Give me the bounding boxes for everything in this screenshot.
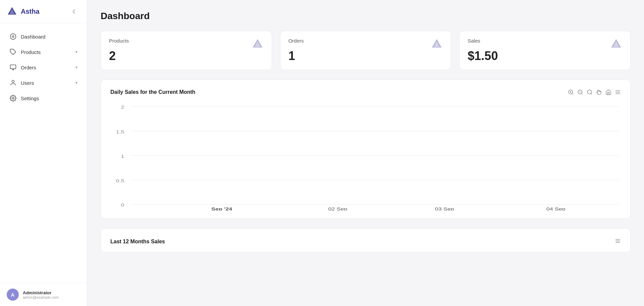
svg-line-15 xyxy=(572,93,573,94)
svg-point-6 xyxy=(12,80,14,83)
svg-point-2 xyxy=(10,34,16,40)
daily-sales-chart-section: Daily Sales for the Current Month xyxy=(101,79,631,219)
daily-sales-chart-area: 2 1.5 1 0.5 0 Sep '24 02 Sep 03 Sep 04 S… xyxy=(110,103,621,210)
zoom-in-icon[interactable] xyxy=(568,89,574,95)
sidebar-item-settings[interactable]: Settings xyxy=(3,91,84,106)
stat-value-products: 2 xyxy=(109,49,129,63)
svg-line-22 xyxy=(591,93,592,94)
chart-header: Daily Sales for the Current Month xyxy=(110,89,621,95)
stat-value-orders: 1 xyxy=(288,49,304,63)
sidebar-item-products[interactable]: Products ▾ xyxy=(3,45,84,59)
svg-point-3 xyxy=(12,36,14,38)
sidebar-item-users[interactable]: Users ▾ xyxy=(3,75,84,90)
main-content: Dashboard Products 2 Orders 1 xyxy=(87,0,644,306)
sidebar-item-orders[interactable]: Orders ▾ xyxy=(3,60,84,75)
app-logo-icon xyxy=(7,6,17,17)
svg-text:2: 2 xyxy=(121,105,124,109)
theme-toggle-button[interactable]: ☾ xyxy=(69,6,80,17)
users-chevron-icon: ▾ xyxy=(75,80,77,85)
svg-text:03 Sep: 03 Sep xyxy=(435,206,454,210)
sidebar: Astha ☾ Dashboard xyxy=(0,0,87,306)
stats-row: Products 2 Orders 1 Sales $1.50 xyxy=(101,31,631,70)
svg-text:04 Sep: 04 Sep xyxy=(546,206,566,210)
svg-text:Sep '24: Sep '24 xyxy=(211,206,232,210)
svg-text:0: 0 xyxy=(121,202,124,207)
user-name: Administrator xyxy=(23,290,59,295)
stat-card-products: Products 2 xyxy=(101,31,272,70)
orders-chevron-icon: ▾ xyxy=(75,65,77,70)
logo-area: Astha xyxy=(7,6,40,17)
sidebar-item-settings-label: Settings xyxy=(21,96,39,101)
products-chevron-icon: ▾ xyxy=(75,50,77,54)
user-info: Administrator admin@example.com xyxy=(23,290,59,299)
products-icon xyxy=(9,49,17,55)
moon-icon: ☾ xyxy=(72,8,77,15)
menu-icon[interactable] xyxy=(615,89,621,95)
last-12-months-section: Last 12 Months Sales xyxy=(101,228,631,252)
monthly-chart-title: Last 12 Months Sales xyxy=(110,239,165,245)
sidebar-item-users-label: Users xyxy=(21,80,34,86)
user-email: admin@example.com xyxy=(23,295,59,299)
monthly-chart-menu-icon[interactable] xyxy=(615,238,621,245)
stat-label-sales: Sales xyxy=(468,38,498,44)
sidebar-item-dashboard-label: Dashboard xyxy=(21,34,45,40)
sidebar-item-orders-label: Orders xyxy=(21,65,36,70)
page-title: Dashboard xyxy=(101,11,631,21)
section-bottom-header: Last 12 Months Sales xyxy=(110,238,621,245)
daily-chart-title: Daily Sales for the Current Month xyxy=(110,89,195,95)
stat-logo-products xyxy=(252,38,264,50)
orders-icon xyxy=(9,64,17,71)
settings-icon xyxy=(9,95,17,102)
svg-text:1.5: 1.5 xyxy=(116,129,124,134)
chart-controls xyxy=(568,89,621,95)
svg-text:02 Sep: 02 Sep xyxy=(328,206,347,210)
svg-rect-5 xyxy=(10,65,16,69)
home-icon[interactable] xyxy=(605,89,611,95)
stat-value-sales: $1.50 xyxy=(468,49,498,63)
svg-text:1: 1 xyxy=(121,154,124,159)
user-avatar: A xyxy=(7,289,19,301)
users-icon xyxy=(9,79,17,86)
svg-text:0.5: 0.5 xyxy=(116,178,124,183)
dashboard-icon xyxy=(9,33,17,40)
stat-logo-sales xyxy=(610,38,622,50)
app-name: Astha xyxy=(21,8,40,15)
stat-label-products: Products xyxy=(109,38,129,44)
stat-card-orders: Orders 1 xyxy=(280,31,451,70)
sidebar-nav: Dashboard Products ▾ xyxy=(0,23,87,283)
svg-point-21 xyxy=(587,90,591,94)
sidebar-item-products-label: Products xyxy=(21,49,41,55)
stat-label-orders: Orders xyxy=(288,38,304,44)
sidebar-footer: A Administrator admin@example.com xyxy=(0,283,87,306)
pan-icon[interactable] xyxy=(596,89,602,95)
stat-logo-orders xyxy=(431,38,443,50)
search-chart-icon[interactable] xyxy=(587,89,593,95)
svg-point-7 xyxy=(12,98,14,99)
stat-card-sales: Sales $1.50 xyxy=(459,31,631,70)
zoom-out-icon[interactable] xyxy=(577,89,583,95)
daily-sales-svg: 2 1.5 1 0.5 0 Sep '24 02 Sep 03 Sep 04 S… xyxy=(110,103,621,210)
sidebar-item-dashboard[interactable]: Dashboard xyxy=(3,29,84,44)
sidebar-logo: Astha ☾ xyxy=(0,0,87,23)
svg-line-19 xyxy=(581,93,582,94)
